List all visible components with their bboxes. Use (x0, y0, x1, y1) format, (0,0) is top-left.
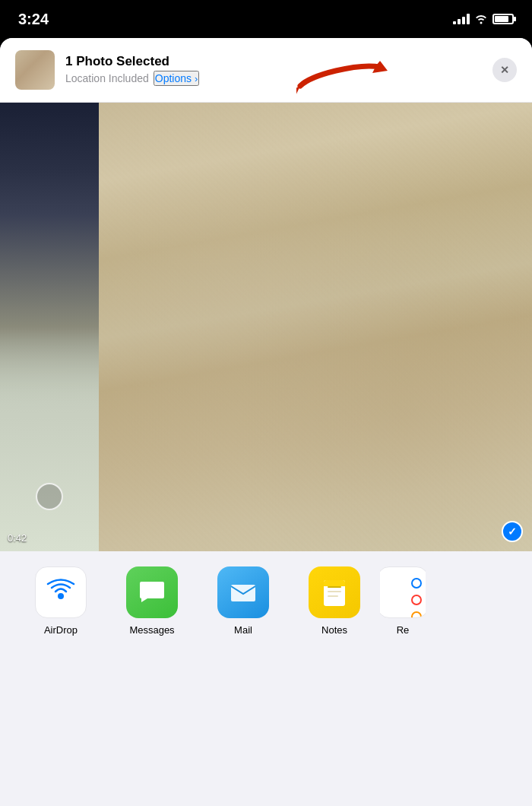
status-time: 3:24 (18, 11, 49, 28)
close-button[interactable]: ✕ (492, 58, 517, 82)
video-duration: 0:42 (8, 532, 27, 544)
close-icon: ✕ (500, 64, 509, 76)
messages-label: Messages (129, 624, 174, 636)
messages-icon (126, 566, 178, 618)
photo-item-selected[interactable]: ✓ (99, 103, 532, 551)
signal-icon (453, 14, 470, 24)
svg-rect-7 (328, 595, 338, 597)
bottom-spacer (0, 636, 532, 666)
mail-icon (217, 566, 269, 618)
share-title: 1 Photo Selected (65, 54, 482, 69)
svg-point-2 (58, 593, 64, 599)
battery-icon (492, 14, 514, 24)
svg-rect-5 (328, 586, 341, 588)
status-bar: 3:24 (0, 0, 532, 38)
notes-icon (309, 566, 360, 618)
app-item-mail[interactable]: Mail (198, 566, 289, 636)
apps-section: AirDrop Messages Mail (0, 551, 532, 636)
reminders-label: Re (397, 624, 410, 636)
mail-label: Mail (234, 624, 252, 636)
share-sheet: 1 Photo Selected Location Included Optio… (0, 38, 532, 806)
selected-checkmark: ✓ (502, 521, 523, 542)
airdrop-icon (35, 566, 87, 618)
options-chevron: › (195, 73, 198, 84)
apps-row: AirDrop Messages Mail (0, 566, 532, 636)
photos-row: 0:42 ✓ (0, 103, 532, 551)
status-icons (453, 14, 514, 24)
share-subtitle: Location Included Options › (65, 71, 482, 86)
photo-item-video[interactable]: 0:42 (0, 103, 99, 551)
notes-label: Notes (321, 624, 347, 636)
share-header: 1 Photo Selected Location Included Optio… (0, 38, 532, 103)
svg-rect-6 (328, 591, 341, 592)
checkmark-icon: ✓ (508, 525, 517, 538)
video-play-circle (36, 483, 63, 510)
airdrop-label: AirDrop (44, 624, 78, 636)
location-label: Location Included (65, 72, 149, 84)
share-title-block: 1 Photo Selected Location Included Optio… (65, 54, 482, 86)
app-item-notes[interactable]: Notes (289, 566, 380, 636)
reminders-icon (380, 566, 426, 618)
options-button[interactable]: Options › (154, 71, 199, 86)
wifi-icon (474, 14, 488, 24)
svg-rect-9 (324, 583, 345, 586)
app-item-airdrop[interactable]: AirDrop (15, 566, 106, 636)
app-item-messages[interactable]: Messages (106, 566, 198, 636)
app-item-reminders[interactable]: Re (380, 566, 426, 636)
selected-photo-thumbnail (15, 50, 55, 90)
photo-main-bg (99, 103, 532, 551)
